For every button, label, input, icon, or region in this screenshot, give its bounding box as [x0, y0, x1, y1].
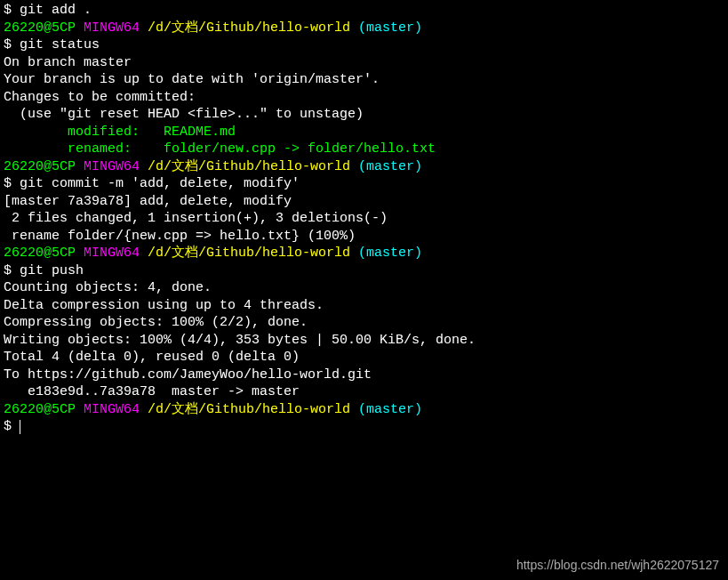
staged-file-line: modified: README.md	[4, 124, 724, 141]
cwd-path: /d/文档/Github/hello-world	[140, 20, 350, 36]
shell-system: MINGW64	[76, 246, 140, 261]
cwd-path: /d/文档/Github/hello-world	[140, 246, 350, 261]
prompt-line: 26220@5CP MINGW64 /d/文档/Github/hello-wor…	[4, 20, 724, 37]
command-line: $ git commit -m 'add, delete, modify'	[4, 175, 724, 193]
prompt-symbol: $	[4, 263, 20, 278]
output-line: Delta compression using up to 4 threads.	[4, 297, 724, 315]
command-line: $ git push	[4, 262, 724, 280]
user-host: 26220@5CP	[4, 20, 76, 36]
output-line: Total 4 (delta 0), reused 0 (delta 0)	[4, 349, 724, 367]
output-line: Compressing objects: 100% (2/2), done.	[4, 314, 724, 332]
command-text: git status	[20, 37, 100, 52]
output-line: [master 7a39a78] add, delete, modify	[4, 193, 724, 211]
output-line: e183e9d..7a39a78 master -> master	[4, 383, 724, 401]
output-line: Changes to be committed:	[4, 89, 724, 107]
cursor-icon	[20, 420, 27, 434]
prompt-line: 26220@5CP MINGW64 /d/文档/Github/hello-wor…	[4, 158, 724, 176]
output-line: On branch master	[4, 54, 724, 72]
branch-name: (master)	[350, 246, 422, 261]
command-line: $ git add .	[4, 2, 724, 20]
shell-system: MINGW64	[76, 402, 140, 417]
branch-name: (master)	[350, 159, 422, 174]
shell-system: MINGW64	[76, 159, 140, 174]
output-line: rename folder/{new.cpp => hello.txt} (10…	[4, 228, 724, 246]
prompt-line: 26220@5CP MINGW64 /d/文档/Github/hello-wor…	[4, 245, 724, 262]
command-text: git add .	[20, 3, 92, 18]
prompt-symbol: $	[4, 37, 20, 52]
command-text: git push	[20, 263, 84, 278]
command-line[interactable]: $	[4, 418, 724, 436]
output-line: Counting objects: 4, done.	[4, 279, 724, 297]
prompt-line: 26220@5CP MINGW64 /d/文档/Github/hello-wor…	[4, 401, 724, 419]
watermark-text: https://blog.csdn.net/wjh2622075127	[516, 557, 719, 573]
branch-name: (master)	[350, 402, 422, 417]
branch-name: (master)	[350, 20, 422, 36]
user-host: 26220@5CP	[4, 402, 76, 417]
user-host: 26220@5CP	[4, 159, 76, 174]
cwd-path: /d/文档/Github/hello-world	[140, 159, 350, 174]
staged-file-line: renamed: folder/new.cpp -> folder/hello.…	[4, 141, 724, 158]
output-line: Your branch is up to date with 'origin/m…	[4, 71, 724, 89]
output-line: Writing objects: 100% (4/4), 353 bytes |…	[4, 332, 724, 350]
prompt-symbol: $	[4, 176, 20, 191]
shell-system: MINGW64	[76, 20, 140, 36]
output-line: To https://github.com/JameyWoo/hello-wor…	[4, 367, 724, 384]
cwd-path: /d/文档/Github/hello-world	[140, 402, 350, 417]
output-line: (use "git reset HEAD <file>..." to unsta…	[4, 106, 724, 124]
prompt-symbol: $	[4, 3, 20, 18]
command-line: $ git status	[4, 36, 724, 54]
user-host: 26220@5CP	[4, 246, 76, 261]
output-line: 2 files changed, 1 insertion(+), 3 delet…	[4, 210, 724, 228]
prompt-symbol: $	[4, 419, 20, 434]
command-text: git commit -m 'add, delete, modify'	[20, 176, 300, 191]
